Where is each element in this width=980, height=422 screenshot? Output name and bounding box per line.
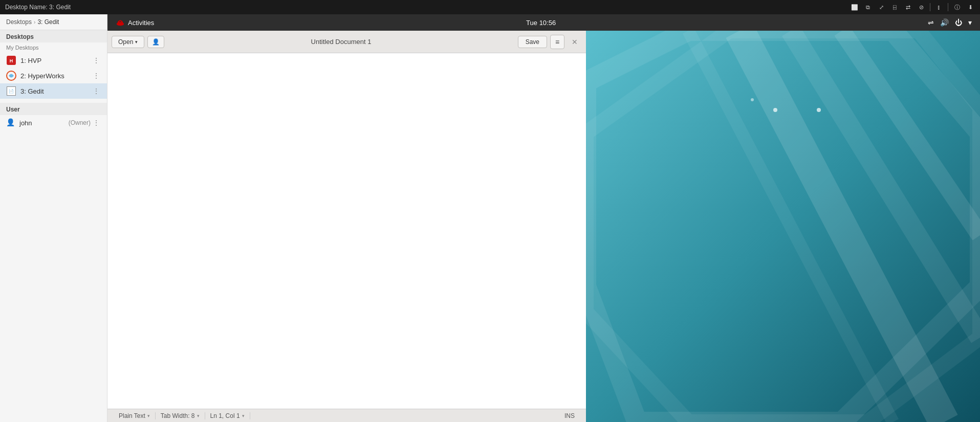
editor-area[interactable] — [107, 53, 586, 409]
breadcrumb-root[interactable]: Desktops — [6, 18, 32, 26]
insert-mode-indicator: INS — [559, 412, 580, 419]
svg-text:H: H — [10, 58, 13, 63]
statusbar: Plain Text ▾ Tab Width: 8 ▾ Ln 1, Col 1 … — [107, 409, 586, 422]
desktop-more-hvp[interactable]: ⋮ — [91, 55, 102, 65]
hamburger-menu-button[interactable]: ≡ — [550, 35, 564, 49]
desktop-name-hyperworks: 2: HyperWorks — [20, 72, 91, 80]
svg-point-13 — [751, 98, 754, 101]
power-icon[interactable]: ⏻ — [955, 18, 962, 27]
wallpaper-svg — [586, 31, 980, 422]
svg-point-3 — [117, 22, 124, 26]
sidebar: Desktops › 3: Gedit Desktops My Desktops… — [0, 14, 107, 422]
open-label: Open — [118, 38, 133, 46]
gnome-bar-right: ⇌ 🔊 ⏻ ▾ — [928, 18, 972, 27]
editor-textarea[interactable] — [107, 53, 586, 409]
activities-label: Activities — [128, 19, 154, 27]
hvp-icon: H — [6, 55, 16, 65]
gnome-bar: Activities Tue 10:56 ⇌ 🔊 ⏻ ▾ — [107, 14, 980, 31]
block-icon[interactable]: ⊘ — [917, 3, 926, 12]
open-dropdown-arrow[interactable]: ▾ — [135, 39, 138, 45]
desktop-title: Desktop Name: 3: Gedit — [5, 4, 71, 11]
network-icon[interactable]: ⇄ — [903, 3, 912, 12]
save-button[interactable]: Save — [518, 36, 547, 48]
monitor-icon[interactable]: ⬜ — [850, 3, 859, 12]
svg-point-11 — [773, 108, 777, 112]
tab-width-dropdown-arrow: ▾ — [197, 413, 200, 418]
desktop-name-gedit: 3: Gedit — [20, 87, 91, 95]
new-doc-icon: 👤 — [152, 38, 160, 46]
gedit-window: Open ▾ 👤 Untitled Document 1 Save ≡ ✕ — [107, 31, 586, 422]
cursor-position-selector[interactable]: Ln 1, Col 1 ▾ — [205, 412, 250, 419]
chart-icon[interactable]: ⫿ — [934, 3, 944, 12]
window-area: Open ▾ 👤 Untitled Document 1 Save ≡ ✕ — [107, 31, 980, 422]
user-role: (Owner) — [69, 119, 91, 126]
language-selector[interactable]: Plain Text ▾ — [114, 412, 156, 419]
position-dropdown-arrow: ▾ — [242, 413, 245, 418]
cursor-position-label: Ln 1, Col 1 — [210, 412, 240, 419]
tab-width-selector[interactable]: Tab Width: 8 ▾ — [156, 412, 205, 419]
user-section-header: User — [0, 103, 107, 115]
desktop-item-hvp[interactable]: H 1: HVP ⋮ — [0, 53, 107, 68]
main-layout: Desktops › 3: Gedit Desktops My Desktops… — [0, 14, 980, 422]
my-desktops-subheader: My Desktops — [0, 42, 107, 53]
gnome-clock[interactable]: Tue 10:56 — [526, 19, 556, 27]
document-title: Untitled Document 1 — [167, 38, 514, 46]
desktop-item-gedit[interactable]: 📄 3: Gedit ⋮ — [0, 83, 107, 99]
network-status-icon[interactable]: ⇌ — [928, 18, 934, 27]
desktop-more-hyperworks[interactable]: ⋮ — [91, 71, 102, 81]
info-icon[interactable]: ⓘ — [952, 3, 962, 12]
system-topbar: Desktop Name: 3: Gedit ⬜ ⧉ ⤢ ⌸ ⇄ ⊘ ⫿ ⓘ ⬇ — [0, 0, 980, 14]
hyperworks-icon — [6, 71, 16, 81]
gedit-titlebar: Open ▾ 👤 Untitled Document 1 Save ≡ ✕ — [107, 31, 586, 53]
breadcrumb: Desktops › 3: Gedit — [0, 14, 107, 30]
download-icon[interactable]: ⬇ — [966, 3, 975, 12]
new-document-button[interactable]: 👤 — [147, 36, 164, 48]
breadcrumb-arrow: › — [34, 19, 35, 25]
language-dropdown-arrow: ▾ — [147, 413, 150, 418]
user-more-btn[interactable]: ⋮ — [91, 118, 102, 128]
close-button[interactable]: ✕ — [568, 35, 582, 49]
volume-icon[interactable]: 🔊 — [940, 18, 949, 27]
gnome-bar-left: Activities — [116, 18, 154, 27]
gedit-icon: 📄 — [6, 86, 16, 96]
system-menu-arrow[interactable]: ▾ — [968, 18, 972, 27]
open-button[interactable]: Open ▾ — [112, 36, 144, 48]
topbar-actions: ⬜ ⧉ ⤢ ⌸ ⇄ ⊘ ⫿ ⓘ ⬇ — [850, 3, 975, 12]
user-name: john — [19, 119, 69, 127]
desktops-section-header: Desktops — [0, 30, 107, 42]
separator-2 — [948, 3, 948, 11]
copy-icon[interactable]: ⧉ — [863, 3, 873, 12]
activities-button[interactable]: Activities — [116, 18, 154, 27]
insert-mode-label: INS — [564, 412, 575, 419]
camera-icon[interactable]: ⌸ — [890, 3, 899, 12]
expand-icon[interactable]: ⤢ — [877, 3, 886, 12]
desktop-more-gedit[interactable]: ⋮ — [91, 86, 102, 96]
breadcrumb-current: 3: Gedit — [37, 18, 59, 26]
user-item[interactable]: 👤 john (Owner) ⋮ — [0, 115, 107, 130]
redhat-logo-icon — [116, 18, 125, 27]
desktop-item-hyperworks[interactable]: 2: HyperWorks ⋮ — [0, 68, 107, 83]
tab-width-label: Tab Width: 8 — [161, 412, 195, 419]
separator-1 — [930, 3, 930, 11]
svg-point-12 — [817, 108, 821, 112]
language-label: Plain Text — [119, 412, 145, 419]
user-avatar-icon: 👤 — [6, 118, 15, 127]
desktop-name-hvp: 1: HVP — [20, 57, 91, 64]
content-area: Activities Tue 10:56 ⇌ 🔊 ⏻ ▾ Open ▾ — [107, 14, 980, 422]
desktop-wallpaper — [586, 31, 980, 422]
